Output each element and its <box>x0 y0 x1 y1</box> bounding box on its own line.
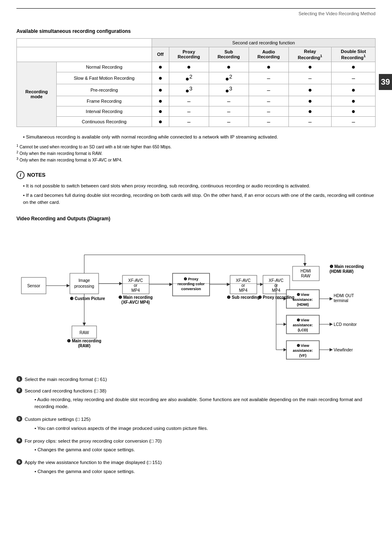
ref-item-1: 1 Select the main recording format (□ 61… <box>16 376 376 383</box>
svg-text:(RAW): (RAW) <box>78 344 90 348</box>
diagram-section: Video Recording and Outputs (Diagram) Se… <box>16 216 376 368</box>
col-relay: RelayRecording1 <box>288 47 331 62</box>
header-title: Selecting the Video Recording Method <box>298 11 376 16</box>
table-notes: Simultaneous recording is available only… <box>16 134 376 162</box>
svg-rect-4 <box>70 273 99 294</box>
svg-text:❷ Sub recording: ❷ Sub recording <box>227 295 260 300</box>
row-frame: Frame Recording <box>57 96 152 106</box>
svg-text:HDMI OUT: HDMI OUT <box>334 293 354 298</box>
ref-sub-4: Changes the gamma and color space settin… <box>35 446 162 453</box>
ref-num-4: 4 <box>16 438 22 443</box>
diagram-wrapper: Sensor Image processing ❸ Custom Picture… <box>17 228 375 368</box>
table-row: Pre-recording ● ●3 ●3 – ● ● <box>17 84 376 96</box>
page-header: Selecting the Video Recording Method <box>16 8 376 16</box>
table-row: Recordingmode Normal Recording ● ● ● ● ●… <box>17 62 376 72</box>
ref-num-3: 3 <box>16 416 22 422</box>
ref-text-3: Custom picture settings (□ 125) <box>25 416 208 423</box>
svg-text:terminal: terminal <box>334 298 348 303</box>
footnote-1: 1 Cannot be used when recording to an SD… <box>16 143 376 149</box>
svg-text:assistance:: assistance: <box>293 349 313 353</box>
svg-text:or: or <box>242 283 246 288</box>
svg-text:❶ Main recording: ❶ Main recording <box>330 264 364 269</box>
config-table: Second card recording function Off Proxy… <box>16 38 376 127</box>
svg-marker-73 <box>284 348 286 351</box>
svg-text:or: or <box>134 283 138 288</box>
note-item-2: If a card becomes full during double slo… <box>23 192 376 206</box>
notes-icon: i <box>16 171 25 179</box>
col-audio: AudioRecording <box>249 47 288 62</box>
table-row: Frame Recording ● – – – ● ● <box>17 96 376 106</box>
ref-num-2: 2 <box>16 388 22 393</box>
diagram-svg: Sensor Image processing ❸ Custom Picture… <box>17 228 375 368</box>
svg-marker-39 <box>303 263 307 266</box>
col-off: Off <box>152 47 169 62</box>
row-slow-fast: Slow & Fast Motion Recording <box>57 72 152 84</box>
ref-sub-5: Changes the gamma and color space settin… <box>35 468 162 475</box>
row-normal: Normal Recording <box>57 62 152 72</box>
ref-item-2: 2 Second card recording functions (□ 38)… <box>16 388 376 412</box>
simultaneous-note: Simultaneous recording is available only… <box>23 134 376 141</box>
ref-item-3: 3 Custom picture settings (□ 125) You ca… <box>16 416 376 434</box>
table-row: Continuous Recording ● – – – – – <box>17 117 376 127</box>
svg-text:(XF-AVC/ MP4): (XF-AVC/ MP4) <box>121 300 150 305</box>
ref-num-5: 5 <box>16 459 22 465</box>
recording-mode-label: Recordingmode <box>17 62 57 127</box>
svg-text:XF-AVC: XF-AVC <box>269 278 284 283</box>
footnote-2: 2 Only when the main recording format is… <box>16 150 376 156</box>
svg-marker-65 <box>330 348 333 351</box>
svg-text:recording color: recording color <box>178 282 205 286</box>
ref-text-2: Second card recording functions (□ 38) <box>25 388 376 395</box>
svg-text:MP4: MP4 <box>131 288 140 293</box>
svg-marker-9 <box>83 323 86 326</box>
row-continuous: Continuous Recording <box>57 117 152 127</box>
svg-text:Image: Image <box>78 278 90 283</box>
svg-text:(HDMI RAW): (HDMI RAW) <box>330 269 353 274</box>
svg-text:RAW: RAW <box>80 330 90 335</box>
col-proxy: ProxyRecording <box>169 47 209 62</box>
svg-text:MP4: MP4 <box>239 288 248 293</box>
ref-item-5: 5 Apply the view assistance function to … <box>16 459 376 477</box>
svg-text:LCD monitor: LCD monitor <box>334 322 357 327</box>
svg-text:assistance:: assistance: <box>293 298 313 302</box>
svg-text:(LCD): (LCD) <box>298 328 308 332</box>
svg-marker-58 <box>330 323 333 326</box>
col-sub: SubRecording <box>209 47 249 62</box>
row-pre: Pre-recording <box>57 84 152 96</box>
svg-text:processing: processing <box>74 284 94 289</box>
svg-text:❷ Proxy recording: ❷ Proxy recording <box>258 295 294 300</box>
svg-text:conversion: conversion <box>181 287 201 291</box>
svg-marker-71 <box>284 323 286 326</box>
ref-sub-2: Audio recording, relay recording and dou… <box>35 396 376 411</box>
ref-text-5: Apply the view assistance function to th… <box>25 459 162 466</box>
notes-box: i NOTES It is not possible to switch bet… <box>16 171 376 206</box>
page-number: 39 <box>379 74 392 90</box>
svg-text:(VF): (VF) <box>299 353 307 358</box>
svg-text:❹ Proxy: ❹ Proxy <box>184 277 198 281</box>
notes-label: NOTES <box>27 172 46 178</box>
svg-text:❸ Custom Picture: ❸ Custom Picture <box>70 296 105 301</box>
svg-text:XF-AVC: XF-AVC <box>236 278 251 283</box>
ref-item-4: 4 For proxy clips: select the proxy reco… <box>16 438 376 455</box>
ref-num-1: 1 <box>16 376 22 382</box>
table-row: Slow & Fast Motion Recording ● ●2 ●2 – –… <box>17 72 376 84</box>
diagram-title: Video Recording and Outputs (Diagram) <box>16 216 376 222</box>
table-row: Interval Recording ● – – – ● ● <box>17 106 376 117</box>
second-card-header: Second card recording function <box>152 39 375 47</box>
note-item-1: It is not possible to switch between car… <box>23 182 376 189</box>
svg-text:assistance:: assistance: <box>293 323 313 327</box>
svg-text:RAW: RAW <box>301 274 311 278</box>
svg-marker-25 <box>227 283 230 286</box>
ref-text-1: Select the main recording format (□ 61) <box>25 376 107 383</box>
svg-text:❶ Main recording: ❶ Main recording <box>67 339 101 343</box>
svg-text:Viewfinder: Viewfinder <box>334 348 353 352</box>
table-section-title: Available simultaneous recording configu… <box>16 28 376 34</box>
svg-text:XF-AVC: XF-AVC <box>128 278 143 283</box>
svg-text:❺ View: ❺ View <box>297 318 310 322</box>
ref-sub-3: You can control various aspects of the i… <box>35 425 208 432</box>
footnote-3: 3 Only when the main recording format is… <box>16 157 376 162</box>
svg-marker-3 <box>67 284 70 287</box>
svg-text:Sensor: Sensor <box>27 284 40 288</box>
svg-text:HDMI: HDMI <box>300 269 311 273</box>
svg-marker-19 <box>169 283 173 286</box>
row-interval: Interval Recording <box>57 106 152 117</box>
